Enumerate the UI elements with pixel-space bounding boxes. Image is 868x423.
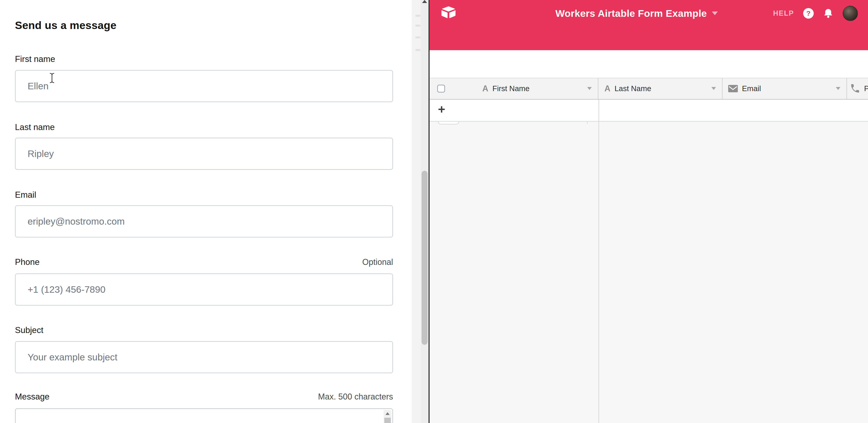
add-row-plus-icon[interactable]: + (435, 102, 448, 116)
phone-field: Phone Optional (15, 257, 393, 267)
gutter-dash (415, 15, 421, 17)
text-field-type-icon: A (482, 84, 488, 93)
scrollbar-up-arrow-icon[interactable] (422, 0, 427, 3)
first-name-input[interactable] (15, 70, 393, 102)
help-button[interactable]: HELP (773, 9, 794, 18)
text-cursor-icon (49, 73, 55, 83)
subject-input[interactable] (15, 341, 393, 373)
gutter-dash (415, 25, 421, 27)
message-maxchars-note: Max. 500 characters (318, 392, 393, 401)
message-text: Tenetur optio quaerat expedita vero et i… (28, 420, 361, 423)
frozen-column-divider (598, 100, 599, 423)
column-header-last-name[interactable]: A Last Name (598, 78, 723, 99)
notifications-bell-icon[interactable] (823, 8, 834, 19)
base-title[interactable]: Workers Airtable Form Example (555, 8, 707, 19)
first-name-label: First name (15, 54, 55, 64)
airtable-logo-icon[interactable] (441, 6, 456, 19)
message-field: Message Max. 500 characters (15, 392, 393, 401)
gutter-dash (415, 49, 421, 51)
last-name-label: Last name (15, 122, 55, 132)
email-input[interactable] (15, 205, 393, 238)
subject-field: Subject (15, 325, 393, 335)
text-field-type-icon: A (604, 84, 611, 93)
message-label: Message (15, 392, 50, 401)
grid-header-row: A First Name A Last Name Email Phone (430, 78, 868, 100)
user-avatar[interactable] (843, 6, 858, 21)
column-header-first-name[interactable]: A First Name (430, 78, 598, 99)
first-name-field: First name (15, 54, 393, 64)
subject-label: Subject (15, 325, 43, 335)
last-name-input[interactable] (15, 138, 393, 170)
last-name-field: Last name (15, 122, 393, 132)
airtable-tabrow: Form Submissions SHARE (430, 27, 868, 50)
base-title-caret-icon[interactable] (712, 11, 718, 15)
phone-field-type-icon (850, 83, 860, 94)
airtable-topbar: Workers Airtable Form Example HELP ? (430, 0, 868, 27)
email-field: Email (15, 190, 393, 200)
textarea-scroll-thumb[interactable] (384, 418, 391, 423)
column-header-email[interactable]: Email (723, 78, 847, 99)
textarea-scrollbar[interactable] (384, 410, 392, 423)
column-header-phone[interactable]: Phone (847, 78, 868, 99)
column-menu-caret-icon[interactable] (836, 87, 840, 90)
email-label: Email (15, 190, 36, 200)
form-heading: Send us a message (15, 19, 116, 32)
phone-optional-note: Optional (362, 257, 393, 267)
page-scroll-thumb[interactable] (422, 171, 428, 345)
base-title-group[interactable]: Workers Airtable Form Example (513, 0, 761, 27)
page-gutter (412, 0, 421, 423)
phone-input[interactable] (15, 273, 393, 306)
column-menu-caret-icon[interactable] (587, 87, 592, 90)
add-row[interactable]: + (430, 100, 868, 122)
scroll-up-icon[interactable] (385, 412, 390, 415)
gutter-dash (415, 36, 421, 38)
airtable-window: Workers Airtable Form Example HELP ? For… (430, 0, 868, 423)
message-textarea[interactable]: Tenetur optio quaerat expedita vero et i… (15, 408, 393, 423)
help-question-icon[interactable]: ? (803, 8, 814, 19)
contact-form-pane: Send us a message First name Last name E… (0, 0, 412, 423)
email-field-type-icon (728, 85, 738, 92)
column-menu-caret-icon[interactable] (711, 87, 716, 90)
view-toolbar: Grid view ••• (430, 50, 868, 78)
phone-label: Phone (15, 257, 39, 267)
